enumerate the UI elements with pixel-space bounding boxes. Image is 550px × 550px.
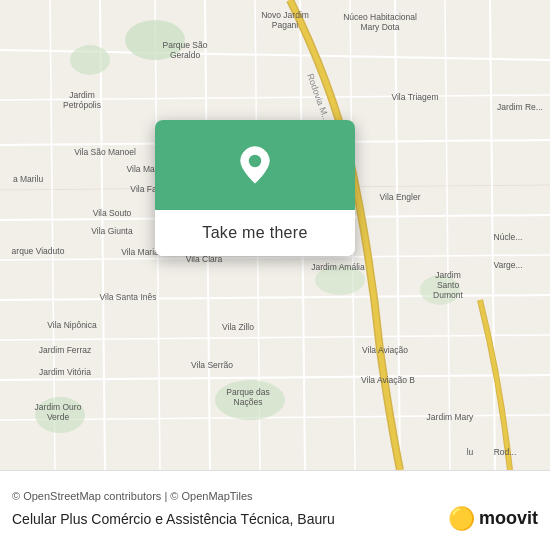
moovit-text: moovit <box>479 508 538 529</box>
moovit-icon: 🟡 <box>448 506 475 532</box>
svg-text:Vila Nipônica: Vila Nipônica <box>47 320 97 330</box>
svg-text:Varge...: Varge... <box>493 260 522 270</box>
svg-text:Geraldo: Geraldo <box>170 50 201 60</box>
svg-text:Núcle...: Núcle... <box>494 232 523 242</box>
svg-text:Vila Engler: Vila Engler <box>380 192 421 202</box>
svg-text:Rod...: Rod... <box>494 447 517 457</box>
popup-map-background <box>155 120 355 210</box>
svg-text:arque Viaduto: arque Viaduto <box>12 246 65 256</box>
svg-text:Jardim Mary: Jardim Mary <box>427 412 475 422</box>
take-me-there-button[interactable]: Take me there <box>155 210 355 256</box>
svg-text:Pagani: Pagani <box>272 20 299 30</box>
svg-text:Parque das: Parque das <box>226 387 269 397</box>
svg-point-22 <box>70 45 110 75</box>
svg-text:Jardim Re...: Jardim Re... <box>497 102 543 112</box>
svg-text:Vila Santa Inês: Vila Santa Inês <box>99 292 156 302</box>
svg-text:Petrópolis: Petrópolis <box>63 100 101 110</box>
svg-text:Jardim Amália: Jardim Amália <box>311 262 365 272</box>
svg-text:Vila Aviação: Vila Aviação <box>362 345 408 355</box>
svg-text:lu: lu <box>467 447 474 457</box>
svg-point-69 <box>249 155 261 167</box>
svg-text:Vila Triagem: Vila Triagem <box>391 92 438 102</box>
svg-text:Vila Serrão: Vila Serrão <box>191 360 233 370</box>
attribution-text: © OpenStreetMap contributors | © OpenMap… <box>12 490 538 502</box>
svg-text:Vila Maria: Vila Maria <box>121 247 159 257</box>
svg-text:Dumont: Dumont <box>433 290 463 300</box>
svg-text:Verde: Verde <box>47 412 69 422</box>
svg-text:Jardim: Jardim <box>435 270 461 280</box>
svg-text:Mary Dota: Mary Dota <box>360 22 399 32</box>
svg-text:a Marilu: a Marilu <box>13 174 44 184</box>
svg-text:Jardim: Jardim <box>69 90 95 100</box>
svg-text:Vila Aviação B: Vila Aviação B <box>361 375 415 385</box>
location-pin-icon <box>235 145 275 185</box>
svg-text:Jardim Ferraz: Jardim Ferraz <box>39 345 91 355</box>
svg-text:Jardim Vitória: Jardim Vitória <box>39 367 91 377</box>
svg-text:Núceo Habitacional: Núceo Habitacional <box>343 12 417 22</box>
place-name-text: Celular Plus Comércio e Assistência Técn… <box>12 511 335 527</box>
svg-text:Vila Zillo: Vila Zillo <box>222 322 254 332</box>
bottom-bar: © OpenStreetMap contributors | © OpenMap… <box>0 470 550 550</box>
map-container: Rodovia M... Núceo Habitacional Mary Dot… <box>0 0 550 470</box>
popup-card: Take me there <box>155 120 355 256</box>
svg-text:Parque São: Parque São <box>163 40 208 50</box>
svg-text:Jardim Ouro: Jardim Ouro <box>35 402 82 412</box>
place-info-row: Celular Plus Comércio e Assistência Técn… <box>12 506 538 532</box>
moovit-logo: 🟡 moovit <box>448 506 538 532</box>
svg-text:Vila Giunta: Vila Giunta <box>91 226 133 236</box>
svg-text:Vila Souto: Vila Souto <box>93 208 132 218</box>
svg-text:Novo Jardim: Novo Jardim <box>261 10 309 20</box>
svg-text:Nações: Nações <box>234 397 263 407</box>
svg-text:Santo: Santo <box>437 280 459 290</box>
svg-text:Vila São Manoel: Vila São Manoel <box>74 147 136 157</box>
